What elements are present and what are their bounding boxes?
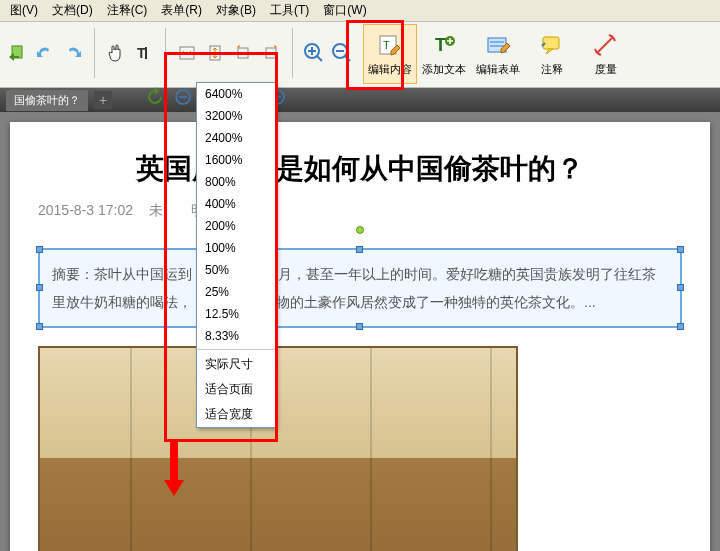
resize-handle-tm[interactable] (356, 246, 363, 253)
menu-window[interactable]: 窗口(W) (317, 0, 372, 21)
zoom-option[interactable]: 12.5% (197, 303, 275, 325)
edit-form-tool[interactable]: 编辑表单 (471, 24, 525, 84)
edit-form-icon (484, 32, 512, 60)
svg-text:T: T (383, 39, 390, 51)
zoom-option[interactable]: 1600% (197, 149, 275, 171)
resize-handle-bl[interactable] (36, 323, 43, 330)
zoom-option[interactable]: 2400% (197, 127, 275, 149)
zoom-option[interactable]: 100% (197, 237, 275, 259)
add-text-tool[interactable]: T 添加文本 (417, 24, 471, 84)
import-button[interactable] (4, 40, 30, 66)
zoom-option[interactable]: 800% (197, 171, 275, 193)
resize-handle-tr[interactable] (677, 246, 684, 253)
svg-text:T: T (435, 35, 446, 55)
annotate-tool[interactable]: 注释 (525, 24, 579, 84)
add-text-icon: T (430, 32, 458, 60)
new-tab-button[interactable]: + (94, 91, 112, 109)
article-meta: 2015-8-3 17:02 未来源明 (38, 202, 682, 220)
menu-document[interactable]: 文档(D) (46, 0, 99, 21)
annotate-label: 注释 (541, 62, 563, 77)
zoom-fit-page[interactable]: 适合页面 (197, 377, 275, 402)
zoom-option[interactable]: 25% (197, 281, 275, 303)
measure-icon (592, 32, 620, 60)
edit-content-label: 编辑内容 (368, 62, 412, 77)
article-image (38, 346, 518, 551)
document-viewport[interactable]: 英国历史上是如何从中国偷茶叶的？ 2015-8-3 17:02 未来源明 摘要：… (0, 112, 720, 551)
zoom-option[interactable]: 3200% (197, 105, 275, 127)
zoom-option[interactable]: 8.33% (197, 325, 275, 347)
undo-button[interactable] (32, 40, 58, 66)
menu-tools[interactable]: 工具(T) (264, 0, 315, 21)
svg-rect-5 (238, 48, 248, 58)
resize-handle-mr[interactable] (677, 284, 684, 291)
svg-rect-23 (543, 37, 559, 49)
edit-form-label: 编辑表单 (476, 62, 520, 77)
svg-text:T: T (137, 45, 146, 61)
annotation-arrow (164, 440, 184, 500)
zoom-option[interactable]: 50% (197, 259, 275, 281)
edit-content-tool[interactable]: T 编辑内容 (363, 24, 417, 84)
redo-button[interactable] (60, 40, 86, 66)
zoom-fit-width[interactable]: 适合宽度 (197, 402, 275, 427)
menu-object[interactable]: 对象(B) (210, 0, 262, 21)
zoom-option[interactable]: 6400% (197, 83, 275, 105)
fit-width-button[interactable] (174, 40, 200, 66)
resize-handle-ml[interactable] (36, 284, 43, 291)
menu-bar: 图(V) 文档(D) 注释(C) 表单(R) 对象(B) 工具(T) 窗口(W) (0, 0, 720, 22)
zoom-option[interactable]: 200% (197, 215, 275, 237)
measure-label: 度量 (595, 62, 617, 77)
page: 英国历史上是如何从中国偷茶叶的？ 2015-8-3 17:02 未来源明 摘要：… (10, 122, 710, 551)
refresh-button[interactable] (142, 84, 168, 110)
rotate-left-button[interactable] (230, 40, 256, 66)
zoom-dropdown: 6400% 3200% 2400% 1600% 800% 400% 200% 1… (196, 82, 276, 428)
menu-view[interactable]: 图(V) (4, 0, 44, 21)
svg-rect-6 (266, 48, 276, 58)
main-toolbar: T 125% ▼ (0, 22, 720, 88)
active-tab[interactable]: 国偷茶叶的？ (6, 90, 88, 111)
svg-rect-2 (145, 47, 147, 59)
zoom-fit-actual[interactable]: 实际尺寸 (197, 352, 275, 377)
hand-tool-button[interactable] (103, 40, 129, 66)
article-headline: 英国历史上是如何从中国偷茶叶的？ (38, 150, 682, 188)
menu-annotate[interactable]: 注释(C) (101, 0, 154, 21)
edit-content-icon: T (376, 32, 404, 60)
resize-handle-tl[interactable] (36, 246, 43, 253)
text-select-button[interactable]: T (131, 40, 157, 66)
rotate-right-button[interactable] (258, 40, 284, 66)
annotate-icon (538, 32, 566, 60)
resize-handle-br[interactable] (677, 323, 684, 330)
measure-tool[interactable]: 度量 (579, 24, 633, 84)
zoom-option[interactable]: 400% (197, 193, 275, 215)
resize-handle-bm[interactable] (356, 323, 363, 330)
document-tabs: 国偷茶叶的？ + (0, 88, 720, 112)
zoom-out-large-button[interactable] (329, 40, 355, 66)
rotate-handle[interactable] (356, 226, 364, 234)
fit-page-button[interactable] (202, 40, 228, 66)
zoom-in-large-button[interactable] (301, 40, 327, 66)
zoom-out-button[interactable] (170, 84, 196, 110)
add-text-label: 添加文本 (422, 62, 466, 77)
menu-form[interactable]: 表单(R) (155, 0, 208, 21)
selected-text-box[interactable]: 摘要：茶叶从中国运到英国需要 8 个月，甚至一年以上的时间。爱好吃糖的英国贵族发… (38, 248, 682, 328)
